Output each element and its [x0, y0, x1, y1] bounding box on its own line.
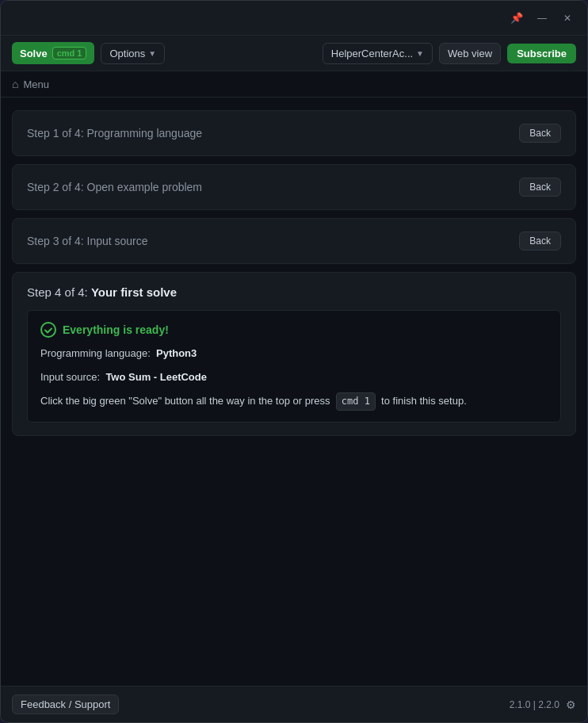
minimize-button[interactable]: — [533, 10, 551, 27]
footer: Feedback / Support 2.1.0 | 2.2.0 ⚙ [1, 686, 587, 722]
step4-card: Step 4 of 4: Your first solve Everything… [12, 272, 576, 436]
step1-card: Step 1 of 4: Programming language Back [12, 110, 576, 156]
webview-button[interactable]: Web view [439, 43, 501, 64]
close-button[interactable]: ✕ [559, 10, 576, 27]
helpcenter-label: HelperCenterAc... [331, 48, 413, 59]
subscribe-label: Subscribe [517, 48, 567, 59]
feedback-support-link[interactable]: Feedback / Support [12, 694, 119, 714]
home-icon: ⌂ [12, 78, 18, 90]
chevron-down-icon: ▼ [148, 49, 156, 58]
description-end: to finish this setup. [381, 395, 467, 407]
step2-back-button[interactable]: Back [519, 178, 561, 197]
version-text: 2.1.0 | 2.2.0 [510, 699, 559, 710]
options-button[interactable]: Options ▼ [101, 43, 165, 64]
cmd-badge: cmd 1 [52, 47, 87, 59]
step4-label: Step 4 of 4: [27, 285, 88, 299]
input-source-row: Input source: Two Sum - LeetCode [40, 369, 548, 385]
step4-description: Click the big green "Solve" button all t… [40, 392, 548, 411]
breadcrumb-menu: Menu [23, 78, 49, 90]
ready-row: Everything is ready! [40, 322, 548, 338]
main-content: Step 1 of 4: Programming language Back S… [1, 98, 587, 686]
step3-back-button[interactable]: Back [519, 231, 561, 251]
step1-label: Step 1 of 4: Programming language [27, 127, 202, 140]
svg-point-0 [41, 323, 55, 337]
minimize-icon: — [537, 13, 547, 24]
title-bar: 📌 — ✕ [1, 1, 587, 36]
helpcenter-chevron-icon: ▼ [416, 49, 424, 58]
solve-label: Solve [20, 48, 48, 59]
programming-language-value: Python3 [156, 347, 197, 359]
step1-back-button[interactable]: Back [519, 124, 561, 143]
close-icon: ✕ [563, 13, 571, 24]
solve-button[interactable]: Solve cmd 1 [12, 42, 94, 64]
webview-label: Web view [448, 48, 492, 59]
version-info: 2.1.0 | 2.2.0 ⚙ [510, 698, 576, 711]
subscribe-button[interactable]: Subscribe [507, 44, 576, 63]
description-start: Click the big green "Solve" button all t… [40, 395, 330, 407]
check-circle-icon [40, 322, 56, 338]
input-source-label: Input source: [40, 371, 100, 383]
settings-icon[interactable]: ⚙ [566, 698, 576, 711]
pin-button[interactable]: 📌 [508, 10, 525, 27]
step2-card: Step 2 of 4: Open example problem Back [12, 164, 576, 210]
step4-header: Step 4 of 4: Your first solve [27, 285, 561, 299]
programming-language-row: Programming language: Python3 [40, 346, 548, 362]
step3-card: Step 3 of 4: Input source Back [12, 218, 576, 264]
breadcrumb: ⌂ Menu [1, 71, 587, 98]
kbd-cmd1: cmd 1 [336, 392, 376, 411]
step4-title: Your first solve [91, 285, 177, 299]
app-window: 📌 — ✕ Solve cmd 1 Options ▼ HelperCenter… [0, 0, 588, 723]
programming-language-label: Programming language: [40, 347, 151, 359]
options-label: Options [109, 48, 145, 59]
pin-icon: 📌 [510, 12, 523, 24]
toolbar: Solve cmd 1 Options ▼ HelperCenterAc... … [1, 36, 587, 71]
input-source-value: Two Sum - LeetCode [105, 371, 207, 383]
step2-label: Step 2 of 4: Open example problem [27, 181, 202, 193]
step3-label: Step 3 of 4: Input source [27, 235, 148, 247]
step4-body: Everything is ready! Programming languag… [27, 310, 561, 423]
helpcenter-button[interactable]: HelperCenterAc... ▼ [323, 43, 433, 64]
ready-text: Everything is ready! [63, 323, 169, 336]
